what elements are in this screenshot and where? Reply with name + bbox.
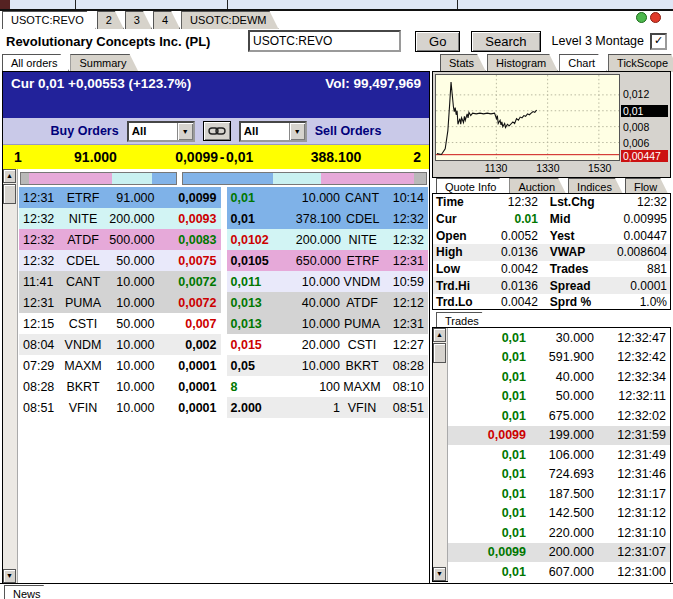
red-status-light-icon	[650, 12, 661, 23]
order-size: 50.000	[106, 317, 155, 331]
sell-filter-value: All	[241, 125, 289, 137]
footer-divider	[0, 583, 673, 584]
quote-value: 0.0136	[484, 245, 538, 259]
trades-table: 0,0130.00012:32:470,01591.90012:32:420,0…	[448, 328, 670, 582]
order-book-sell-row[interactable]: 2.0001VFIN08:51	[227, 397, 429, 418]
chart-y-axis: 0,0120,010,0080,0060,00447	[620, 74, 668, 161]
order-book-buy-row[interactable]: 12:15CSTI50.0000,007	[19, 313, 221, 334]
analysis-tab-bar: StatsHistogramChartTickScope	[440, 54, 673, 72]
order-book-sell-row[interactable]: 8100MAXM08:10	[227, 376, 429, 397]
symbol-tab-usotc-dewm[interactable]: USOTC:DEWM	[181, 11, 278, 29]
order-book-buy-row[interactable]: 08:51VFIN10.0000,0001	[19, 397, 221, 418]
sell-orders-table: 0,0110.000CANT10:140,01378.100CDEL12:320…	[227, 187, 429, 418]
order-book-sell-row[interactable]: 0,0110.000CANT10:14	[227, 187, 429, 208]
scrollbar-thumb[interactable]	[433, 343, 446, 363]
order-book-buy-row[interactable]: 08:28BKRT10.0000,0001	[19, 376, 221, 397]
scroll-down-icon[interactable]: ▼	[3, 569, 16, 583]
quote-label: Low	[433, 262, 484, 276]
scrollbar-thumb[interactable]	[3, 184, 16, 204]
strip-divider	[457, 0, 458, 9]
order-book-sell-row[interactable]: 0,01310.000PUMA12:31	[227, 313, 429, 334]
order-book-sell-row[interactable]: 0,0510.000BKRT08:28	[227, 355, 429, 376]
current-price-line: Cur 0,01 +0,00553 (+123.7%)	[11, 76, 191, 118]
trade-price: 0,0099	[448, 428, 526, 442]
volume-line: Vol: 99,497,969	[325, 76, 421, 118]
order-book-scrollbar[interactable]: ▲ ▼	[3, 169, 18, 583]
best-bid-ask-row: 1 91.000 0,0099 - 0,01 388.100 2	[3, 145, 429, 169]
green-status-light-icon	[636, 12, 647, 23]
price-chart	[435, 74, 620, 161]
order-size: 500.000	[106, 233, 155, 247]
order-book-sell-row[interactable]: 0,01378.100CDEL12:32	[227, 208, 429, 229]
order-time: 11:41	[19, 275, 60, 289]
quote-value: 881	[608, 262, 670, 276]
scroll-up-icon[interactable]: ▲	[3, 169, 16, 183]
order-size: 10.000	[297, 317, 341, 331]
quote-value: 0.0042	[484, 262, 538, 276]
order-time: 12:32	[19, 212, 60, 226]
order-book-sell-row[interactable]: 0,01520.000CSTI12:27	[227, 334, 429, 355]
trade-size: 106.000	[526, 448, 594, 462]
quote-value: 0.0136	[484, 279, 538, 293]
buy-filter-dropdown[interactable]: All ▼	[127, 121, 195, 142]
sell-filter-dropdown[interactable]: All ▼	[239, 121, 307, 142]
order-price: 0,013	[227, 296, 297, 310]
market-maker: PUMA	[340, 317, 384, 331]
x-axis-label: 1530	[588, 162, 611, 174]
title-row: Revolutionary Concepts Inc. (PL) USOTC:R…	[6, 30, 667, 52]
order-book-buy-row[interactable]: 12:32NITE200.0000,0093	[19, 208, 221, 229]
chevron-down-icon[interactable]: ▼	[177, 123, 193, 140]
depth-segment	[112, 173, 152, 184]
analysis-tab-stats[interactable]: Stats	[440, 54, 486, 72]
order-book-buy-row[interactable]: 12:32ATDF500.0000,0083	[19, 229, 221, 250]
market-maker: NITE	[60, 212, 106, 226]
order-size: 10.000	[106, 275, 155, 289]
search-button[interactable]: Search	[471, 31, 540, 52]
order-book-buy-row[interactable]: 08:04VNDM10.0000,002	[19, 334, 221, 355]
order-book-sell-row[interactable]: 0,01340.000ATDF12:12	[227, 292, 429, 313]
symbol-input[interactable]: USOTC:REVO	[248, 30, 401, 52]
analysis-tab-chart[interactable]: Chart	[559, 54, 607, 72]
level3-montage-checkbox[interactable]: ✓	[650, 33, 667, 50]
order-book-buy-row[interactable]: 12:31ETRF91.0000,0099	[19, 187, 221, 208]
montage-tab-summary[interactable]: Summary	[70, 54, 138, 72]
go-button[interactable]: Go	[415, 31, 460, 52]
analysis-tab-tickscope[interactable]: TickScope	[608, 54, 673, 72]
depth-segment	[414, 173, 426, 184]
order-book-buy-row[interactable]: 12:31PUMA10.0000,0072	[19, 292, 221, 313]
scroll-down-icon[interactable]: ▼	[433, 567, 446, 581]
order-book-sell-row[interactable]: 0,0105650.000ETRF12:31	[227, 250, 429, 271]
link-filters-button[interactable]	[203, 121, 231, 141]
order-book-buy-row[interactable]: 12:32CDEL50.0000,0075	[19, 250, 221, 271]
order-size: 40.000	[297, 296, 341, 310]
bid-count: 1	[3, 149, 33, 165]
order-book-buy-row[interactable]: 07:29MAXM10.0000,0001	[19, 355, 221, 376]
tab-news[interactable]: News	[4, 585, 53, 599]
symbol-tab-3[interactable]: 3	[125, 11, 152, 29]
trade-size: 607.000	[526, 565, 594, 579]
chevron-down-icon[interactable]: ▼	[289, 123, 305, 140]
market-maker: VFIN	[340, 401, 384, 415]
trade-row: 0,0140.00012:32:34	[448, 367, 670, 387]
market-maker: CDEL	[341, 212, 384, 226]
scroll-up-icon[interactable]: ▲	[433, 328, 446, 342]
order-book-sell-row[interactable]: 0,0102200.000NITE12:32	[227, 229, 429, 250]
order-time: 10:59	[384, 275, 428, 289]
order-price: 0,0072	[155, 296, 221, 310]
montage-tab-all-orders[interactable]: All orders	[2, 54, 69, 72]
order-book-buy-row[interactable]: 11:41CANT10.0000,0072	[19, 271, 221, 292]
order-book-sell-row[interactable]: 0,01110.000VNDM10:59	[227, 271, 429, 292]
y-axis-label: 0,012	[623, 88, 668, 100]
depth-bars	[20, 172, 427, 185]
order-time: 12:32	[384, 233, 428, 247]
bid-size: 91.000	[33, 149, 158, 165]
order-size: 10.000	[297, 191, 341, 205]
trades-scrollbar[interactable]: ▲ ▼	[433, 328, 448, 581]
symbol-tab-usotc-revo[interactable]: USOTC:REVO	[2, 11, 96, 29]
order-time: 12:31	[19, 296, 60, 310]
analysis-tab-histogram[interactable]: Histogram	[487, 54, 558, 72]
symbol-tab-2[interactable]: 2	[97, 11, 124, 29]
symbol-tab-4[interactable]: 4	[153, 11, 180, 29]
quote-label: Lst.Chg	[538, 195, 608, 209]
order-price: 0,0001	[155, 359, 221, 373]
